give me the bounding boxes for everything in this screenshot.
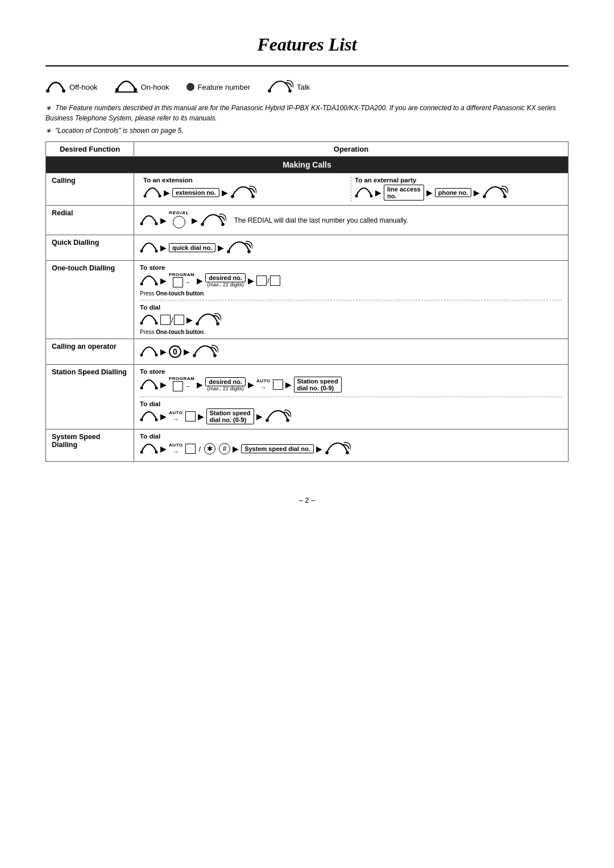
feature-legend: Feature number [186,83,251,91]
zero-circle-icon: 0 [169,345,181,358]
function-redial: Redial [46,206,134,235]
offhook-icon-sys [140,443,158,454]
feature-circle-icon [186,83,194,91]
svg-point-15 [159,195,161,198]
table-row: Redial ▶ REDIAL ▶ [46,206,569,235]
system-speed-dial-no-btn: System speed dial no. [241,444,314,453]
table-row: System Speed Dialling To dial ▶ AUTO → [46,429,569,462]
svg-point-35 [216,322,219,326]
svg-point-26 [140,250,143,253]
one-touch-pair-store: / [256,276,280,286]
svg-point-37 [155,354,158,357]
talk-icon-quick [226,240,252,256]
svg-point-24 [201,223,204,226]
talk-icon-op [192,344,218,360]
svg-point-25 [221,223,225,226]
line-access-no-btn: line accessno. [384,185,424,201]
offhook-icon-calling2 [355,187,373,198]
table-row: Station Speed Dialling To store ▶ PROGRA… [46,365,569,429]
offhook-legend: Off-hook [45,81,98,93]
desired-no-btn-ss: desired no. [205,377,246,386]
svg-point-21 [503,195,507,198]
function-one-touch: One-touch Dialling [46,261,134,339]
talk-icon-ss [265,408,291,424]
redial-circle-icon [173,216,185,228]
program-button-ss: PROGRAM → [169,376,194,393]
svg-point-42 [140,419,143,422]
redial-button: REDIAL [169,210,189,230]
operation-system-speed: To dial ▶ AUTO → / ✱ # [134,429,569,462]
svg-point-12 [268,89,271,93]
note-1: ∗ The Feature numbers described in this … [45,103,569,123]
press-one-touch-note1: Press One-touch button. [140,290,562,297]
svg-point-34 [196,322,199,326]
calling-extension-col: To an extension ▶ extension no. ▶ [140,177,351,202]
program-button: PROGRAM → [169,272,194,289]
rect-btn-ss [273,379,283,390]
auto-button-ss-dial: AUTO → [169,410,183,423]
dashed-div-1 [140,300,562,301]
svg-point-32 [140,322,143,325]
legend-row: Off-hook On-hook Feature number Talk [45,79,569,95]
station-speed-dial-btn-dial: Station speeddial no. (0-9) [206,408,254,424]
svg-point-13 [288,89,292,93]
svg-point-14 [144,195,147,198]
operation-station-speed: To store ▶ PROGRAM → [134,365,569,429]
talk-icon-ot [195,312,221,328]
svg-point-7 [46,89,49,93]
svg-point-30 [140,283,143,286]
page-title: Features List [45,34,569,55]
note-2: ∗ "Location of Controls" is shown on pag… [45,126,569,136]
rect-btn-right [270,276,280,286]
calling-external-col: To an external party ▶ line accessno. ▶ … [351,177,562,202]
offhook-icon-ss2 [140,411,158,422]
section-header-making-calls: Making Calls [46,157,569,173]
auto-button-sys: AUTO → [169,443,183,456]
features-table: Desired Function Operation Making Calls … [45,141,569,462]
svg-point-38 [193,354,196,357]
offhook-icon-redial [140,215,158,226]
svg-point-16 [231,195,234,198]
svg-point-40 [140,387,143,390]
program-rect-icon [173,277,183,287]
quick-dial-no-btn: quick dial no. [169,243,215,252]
table-row: One-touch Dialling To store ▶ PROGRAM [46,261,569,339]
svg-point-18 [355,195,358,198]
auto-button-ss: AUTO → [256,378,271,391]
phone-no-btn: phone no. [435,188,472,197]
talk-legend: Talk [267,79,310,95]
svg-point-19 [370,195,373,198]
table-row: Calling To an extension ▶ extension no. [46,173,569,206]
hash-circle-icon: # [219,443,230,454]
table-row: Quick Dialling ▶ quick dial no. ▶ [46,235,569,261]
svg-point-27 [155,250,158,253]
operation-operator: ▶ 0 ▶ [134,339,569,365]
function-station-speed: Station Speed Dialling [46,365,134,429]
section-header-label: Making Calls [46,157,569,173]
svg-point-46 [140,451,143,454]
svg-point-8 [62,89,65,93]
offhook-icon-ss1 [140,379,158,390]
svg-point-43 [155,419,158,422]
talk-icon-1 [230,185,256,201]
offhook-icon-ot1 [140,275,158,286]
col-operation-header: Operation [134,142,569,157]
table-header-row: Desired Function Operation [46,142,569,157]
talk-icon [267,79,293,95]
svg-point-9 [115,88,119,91]
col-function-header: Desired Function [46,142,134,157]
offhook-icon [45,81,66,93]
svg-point-48 [325,451,329,454]
redial-note: The REDIAL will dial the last number you… [234,216,408,224]
station-speed-dial-btn: Station speeddial no. (0-9) [294,377,342,393]
rect-btn-sys1 [185,444,196,454]
offhook-icon-calling [143,187,161,198]
program-rect-icon-ss [173,381,183,391]
svg-point-44 [265,419,269,422]
talk-icon-2 [482,185,508,201]
rect-btn-left2 [160,315,171,325]
extension-no-btn: extension no. [172,188,219,197]
notes-section: ∗ The Feature numbers described in this … [45,103,569,136]
offhook-icon-op [140,346,158,357]
rect-btn-ss-dial [185,411,196,422]
